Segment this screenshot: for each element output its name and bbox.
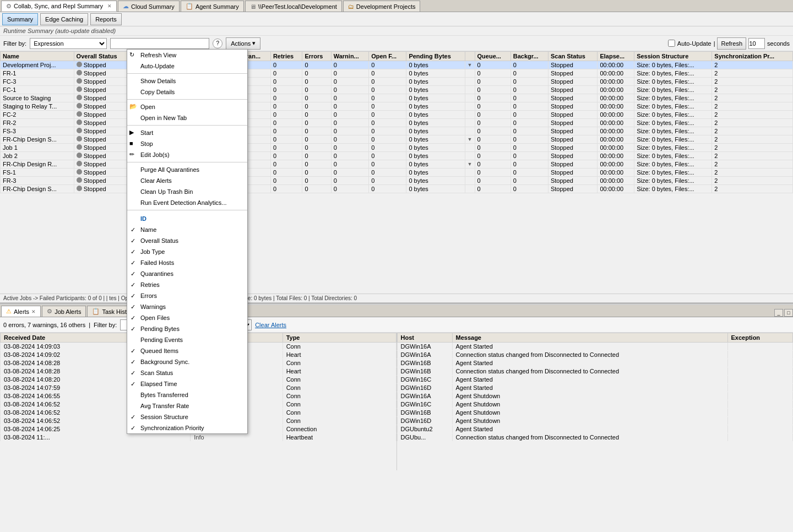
list-item[interactable]: DGWin16D Agent Started: [397, 384, 793, 392]
table-row[interactable]: Staging to Relay T... Stopped 0 0 0 0 0 …: [1, 102, 793, 111]
menu-item-errors[interactable]: Errors: [127, 290, 247, 301]
tab-agent[interactable]: 📋 Agent Summary: [181, 1, 244, 12]
table-row[interactable]: FS-3 Stopped 0 0 0 0 0 bytes 0 0 Stopped…: [1, 127, 793, 135]
menu-item-auto-update[interactable]: Auto-Update: [127, 61, 247, 72]
help-button[interactable]: ?: [213, 39, 222, 48]
col-queue[interactable]: Queue...: [475, 52, 510, 61]
list-item[interactable]: DGWin16B Agent Shutdown: [397, 409, 793, 417]
menu-item-scan-status[interactable]: Scan Status: [127, 367, 247, 378]
filter-input[interactable]: [110, 38, 209, 49]
col-exception[interactable]: Exception: [727, 333, 793, 343]
jobs-table-container[interactable]: Name Overall Status Job Type Failed ... …: [0, 51, 793, 294]
menu-item-failed-hosts[interactable]: Failed Hosts: [127, 257, 247, 268]
table-row[interactable]: Job 2 Stopped 0 0 0 0 0 bytes 0 0 Stoppe…: [1, 152, 793, 160]
menu-item-clean-up-trash-bin[interactable]: Clean Up Trash Bin: [127, 186, 247, 197]
menu-item-refresh-view[interactable]: ↻Refresh View: [127, 50, 247, 61]
tab-devprojects[interactable]: 🗂 Development Projects: [343, 1, 421, 12]
table-row[interactable]: Job 1 Stopped 0 0 0 0 0 bytes 0 0 Stoppe…: [1, 144, 793, 152]
panel-minimize-button[interactable]: _: [774, 309, 783, 317]
list-item[interactable]: DGWin16A Agent Shutdown: [397, 392, 793, 400]
messages-container[interactable]: Host Message Exception DGWin16A Agent St…: [397, 333, 794, 470]
col-session[interactable]: Session Structure: [634, 52, 712, 61]
menu-item-open[interactable]: 📂Open: [127, 101, 247, 112]
col-open-f[interactable]: Open F...: [369, 52, 406, 61]
menu-item-overall-status[interactable]: Overall Status: [127, 235, 247, 246]
list-item[interactable]: DGUbu... Connection status changed from …: [397, 433, 793, 442]
table-row[interactable]: FR-Chip Design S... Stopped 0 0 0 0 0 by…: [1, 185, 793, 193]
col-sync[interactable]: Synchronization Pr...: [712, 52, 793, 61]
col-overall-status[interactable]: Overall Status: [74, 52, 131, 61]
menu-item-pending-bytes[interactable]: Pending Bytes: [127, 323, 247, 334]
menu-item-background-sync-[interactable]: Background Sync.: [127, 356, 247, 367]
menu-item-bytes-transferred[interactable]: Bytes Transferred: [127, 389, 247, 400]
summary-button[interactable]: Summary: [2, 13, 38, 25]
auto-update-checkbox[interactable]: [668, 40, 675, 47]
list-item[interactable]: DGWin16C Agent Shutdown: [397, 400, 793, 409]
menu-item-run-event-detection-analytics---[interactable]: Run Event Detection Analytics...: [127, 197, 247, 208]
list-item[interactable]: DGWin16A Agent Started: [397, 343, 793, 351]
col-pending[interactable]: Pending Bytes: [406, 52, 465, 61]
menu-item-name[interactable]: Name: [127, 224, 247, 235]
table-row[interactable]: FR-Chip Design S... Stopped 0 0 0 0 0 by…: [1, 135, 793, 144]
menu-item-stop[interactable]: ■Stop: [127, 138, 247, 149]
table-row[interactable]: FC-1 Stopped 0 0 0 0 0 bytes 0 0 Stopped…: [1, 86, 793, 94]
table-row[interactable]: FS-1 Stopped 0 0 0 0 0 bytes 0 0 Stopped…: [1, 169, 793, 177]
menu-item-open-in-new-tab[interactable]: Open in New Tab: [127, 112, 247, 123]
menu-item-start[interactable]: ▶Start: [127, 127, 247, 138]
tab-collab[interactable]: ⚙ Collab, Sync, and Repl Summary ✕: [1, 1, 117, 12]
menu-item-elapsed-time[interactable]: Elapsed Time: [127, 378, 247, 389]
menu-item-synchronization-priority[interactable]: Synchronization Priority: [127, 422, 247, 433]
col-type[interactable]: Type: [283, 333, 396, 343]
bottom-tab-alerts[interactable]: ⚠ Alerts ✕: [1, 306, 41, 317]
refresh-button[interactable]: Refresh: [717, 37, 746, 50]
refresh-interval-input[interactable]: 10: [748, 38, 765, 49]
table-row[interactable]: FR-2 Stopped 0 0 0 0 0 bytes 0 0 Stopped…: [1, 119, 793, 127]
menu-item-session-structure[interactable]: Session Structure: [127, 411, 247, 422]
list-item[interactable]: DGWin16B Connection status changed from …: [397, 367, 793, 376]
bottom-tab-job-alerts[interactable]: ⚙ Job Alerts: [42, 306, 86, 317]
table-row[interactable]: FC-2 Stopped 0 0 0 0 0 bytes 0 0 Stopped…: [1, 111, 793, 119]
col-warnings[interactable]: Warnin...: [331, 52, 368, 61]
col-message[interactable]: Message: [452, 333, 727, 343]
menu-item-warnings[interactable]: Warnings: [127, 301, 247, 312]
filter-expression-select[interactable]: Expression: [30, 38, 107, 49]
col-arrow[interactable]: [465, 52, 475, 61]
list-item[interactable]: DGWin16D Agent Shutdown: [397, 417, 793, 425]
col-elapsed[interactable]: Elapse...: [598, 52, 634, 61]
tab-cloud[interactable]: ☁ Cloud Summary: [118, 1, 180, 12]
table-row[interactable]: Source to Staging Stopped 0 0 0 0 0 byte…: [1, 94, 793, 102]
menu-item-open-files[interactable]: Open Files: [127, 312, 247, 323]
table-row[interactable]: FC-3 Stopped 0 0 0 0 0 bytes 0 0 Stopped…: [1, 78, 793, 86]
menu-item-purge-all-quarantines[interactable]: Purge All Quarantines: [127, 164, 247, 175]
menu-item-show-details[interactable]: Show Details: [127, 75, 247, 86]
list-item[interactable]: DGWin16C Agent Started: [397, 376, 793, 384]
alerts-tab-close[interactable]: ✕: [31, 309, 36, 314]
reports-button[interactable]: Reports: [90, 13, 122, 25]
panel-restore-button[interactable]: □: [784, 309, 793, 317]
menu-item-avg-transfer-rate[interactable]: Avg Transfer Rate: [127, 400, 247, 411]
menu-item-quarantines[interactable]: Quarantines: [127, 268, 247, 279]
list-item[interactable]: 03-08-2024 11:... Info Heartbeat: [1, 433, 397, 442]
list-item[interactable]: DGWin16B Agent Started: [397, 359, 793, 367]
menu-item-job-type[interactable]: Job Type: [127, 246, 247, 257]
table-row[interactable]: Development Proj... Stopped File Collabo…: [1, 61, 793, 69]
menu-item-retries[interactable]: Retries: [127, 279, 247, 290]
menu-item-copy-details[interactable]: Copy Details: [127, 86, 247, 97]
col-host[interactable]: Host: [397, 333, 452, 343]
tab-peer[interactable]: 🖥 \\PeerTest.local\Development: [245, 1, 342, 12]
col-errors[interactable]: Errors: [302, 52, 331, 61]
table-row[interactable]: FR-Chip Design R... Stopped 0 0 0 0 0 by…: [1, 160, 793, 169]
list-item[interactable]: DGUbuntu2 Agent Started: [397, 425, 793, 433]
menu-item-edit-job-s-[interactable]: ✏Edit Job(s): [127, 149, 247, 160]
menu-item-queued-items[interactable]: Queued Items: [127, 345, 247, 356]
tab-collab-close[interactable]: ✕: [107, 3, 112, 9]
edge-caching-button[interactable]: Edge Caching: [40, 13, 88, 25]
list-item[interactable]: DGWin16A Connection status changed from …: [397, 351, 793, 359]
col-scan[interactable]: Scan Status: [548, 52, 598, 61]
table-row[interactable]: FR-1 Stopped 0 0 0 0 0 bytes 0 0 Stopped…: [1, 69, 793, 78]
menu-item-pending-events[interactable]: Pending Events: [127, 334, 247, 345]
col-backgr[interactable]: Backgr...: [510, 52, 548, 61]
col-name[interactable]: Name: [1, 52, 74, 61]
col-retries[interactable]: Retries: [270, 52, 302, 61]
clear-alerts-button[interactable]: Clear Alerts: [255, 322, 286, 328]
